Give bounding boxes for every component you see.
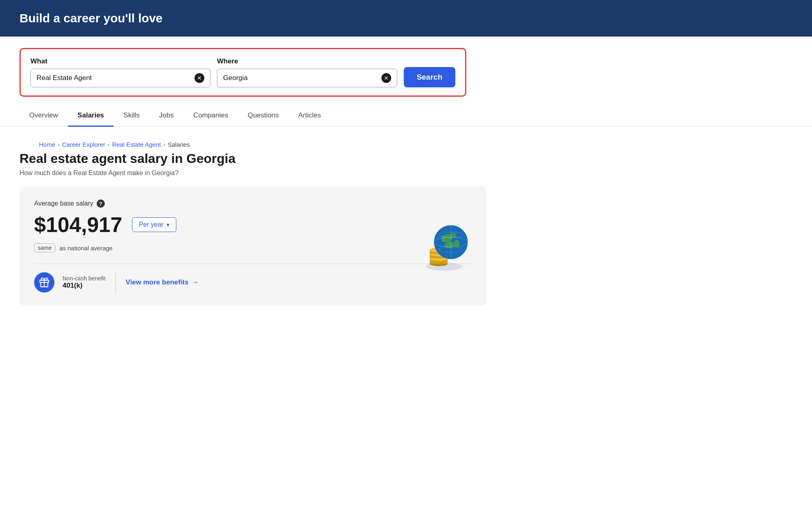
breadcrumb-real-estate-agent[interactable]: Real Estate Agent [112,141,161,148]
where-field: Where ✕ [217,57,397,87]
benefit-name: 401(k) [63,282,106,290]
national-avg-row: same as national average [34,243,472,252]
globe-illustration [418,220,470,273]
salary-amount: $104,917 [34,213,122,237]
card-divider [34,264,472,264]
hero-title: Build a career you'll love [19,11,793,25]
benefit-info: Non-cash benefit 401(k) [63,275,106,290]
gift-icon [39,277,50,288]
where-input[interactable] [223,74,381,82]
national-avg-text: as national average [59,245,113,252]
nav-tabs: Overview Salaries Skills Jobs Companies … [0,105,812,126]
view-benefits-text: View more benefits [126,278,188,286]
avg-label: Average base salary ? [34,200,472,208]
tab-overview[interactable]: Overview [19,105,68,126]
what-field: What ✕ [30,57,210,87]
hero-header: Build a career you'll love [0,0,812,37]
clear-where-button[interactable]: ✕ [381,73,391,83]
period-dropdown[interactable]: Per year ▾ [132,217,176,232]
breadcrumb-sep-3: › [163,141,165,148]
benefits-divider [115,272,116,293]
what-label: What [30,57,210,65]
what-input[interactable] [37,74,195,82]
info-icon[interactable]: ? [97,200,105,208]
search-section: What ✕ Where ✕ Search [0,37,812,97]
search-button[interactable]: Search [404,67,455,87]
page-subtitle: How much does a Real Estate Agent make i… [19,169,793,177]
benefits-row: Non-cash benefit 401(k) View more benefi… [34,272,472,293]
salary-card: Average base salary ? $104,917 Per year … [19,187,487,306]
breadcrumb-current: Salaries [168,141,190,148]
same-badge: same [34,243,55,252]
period-label: Per year [139,221,163,228]
benefit-label: Non-cash benefit [63,275,106,282]
benefit-icon-circle [34,272,54,293]
clear-what-button[interactable]: ✕ [195,73,204,83]
what-input-row: ✕ [30,69,210,87]
page-title: Real estate agent salary in Georgia [19,151,793,166]
tab-salaries[interactable]: Salaries [68,105,114,126]
breadcrumb-home[interactable]: Home [39,141,55,148]
breadcrumb: Home › Career Explorer › Real Estate Age… [19,133,793,151]
search-box: What ✕ Where ✕ Search [19,48,466,97]
tab-companies[interactable]: Companies [184,105,238,126]
tab-jobs[interactable]: Jobs [149,105,184,126]
dropdown-arrow-icon: ▾ [167,221,169,228]
salary-row: $104,917 Per year ▾ [34,213,472,237]
tab-articles[interactable]: Articles [288,105,331,126]
breadcrumb-career-explorer[interactable]: Career Explorer [62,141,105,148]
view-benefits-link[interactable]: View more benefits → [126,278,199,286]
tab-questions[interactable]: Questions [238,105,289,126]
tab-skills[interactable]: Skills [114,105,149,126]
arrow-right-icon: → [192,278,199,286]
where-label: Where [217,57,397,65]
where-input-row: ✕ [217,69,397,87]
avg-label-text: Average base salary [34,200,93,207]
breadcrumb-sep-2: › [108,141,110,148]
main-content: Home › Career Explorer › Real Estate Age… [0,126,812,322]
breadcrumb-sep-1: › [58,141,60,148]
